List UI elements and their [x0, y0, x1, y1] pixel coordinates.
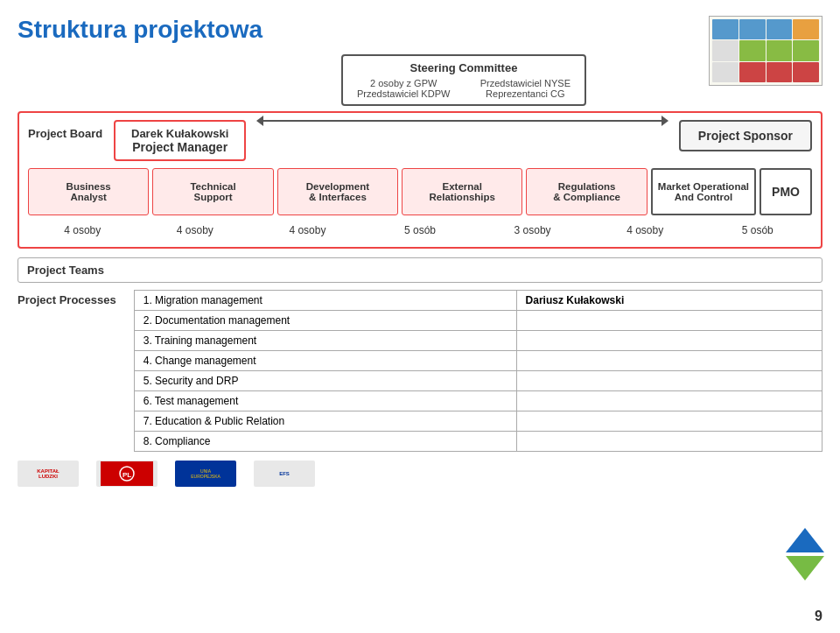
arrow-down-icon [786, 556, 824, 580]
footer-logo-3: UNIAEUROPEJSKA [175, 461, 236, 487]
page-title: Struktura projektowa [18, 16, 822, 44]
manager-box: Darek Kułakowski Project Manager [114, 120, 246, 161]
process-name-2: 2. Documentation management [134, 311, 516, 331]
role-development-interfaces: Development& Interfaces [277, 168, 398, 215]
steering-committee-members: 2 osoby z GPW Przedstawiciel KDPW Przeds… [357, 78, 570, 99]
process-name-1: 1. Migration management [134, 291, 516, 311]
steering-col-1: 2 osoby z GPW Przedstawiciel KDPW [357, 78, 450, 99]
process-owner-1: Dariusz Kułakowski [516, 291, 822, 311]
steering-col2-line1: Przedstawiciel NYSE [480, 78, 570, 88]
thumbnail-image [709, 16, 822, 86]
process-name-5: 5. Security and DRP [134, 371, 516, 391]
sponsor-box: Project Sponsor [679, 120, 812, 151]
right-arrows [786, 528, 824, 580]
footer-logo-2: PL [96, 461, 158, 487]
process-owner-2 [516, 311, 822, 331]
role-technical-support: TechnicalSupport [152, 168, 273, 215]
count-5: 3 osoby [478, 221, 587, 240]
process-owner-4 [516, 351, 822, 371]
table-row: 5. Security and DRP [134, 371, 822, 391]
footer-logo-4: EFS [254, 461, 315, 487]
count-7: 5 osób [703, 221, 812, 240]
arrow-line [262, 120, 663, 122]
role-regulations-compliance: Regulations& Compliance [526, 168, 647, 215]
project-board-label: Project Board [28, 120, 107, 140]
footer-logos: KAPITAŁLUDZKI PL UNIAEUROPEJSKA EFS [18, 457, 822, 487]
process-name-8: 8. Compliance [134, 432, 516, 452]
process-name-7: 7. Education & Public Relation [134, 411, 516, 432]
table-row: 3. Training management [134, 331, 822, 351]
manager-sponsor-arrow [253, 120, 672, 122]
pmo-box: PMO [760, 168, 812, 215]
count-4: 5 osób [366, 221, 475, 240]
process-name-3: 3. Training management [134, 331, 516, 351]
table-row: 4. Change management [134, 351, 822, 371]
manager-title: Project Manager [131, 140, 228, 154]
count-3: 4 osoby [253, 221, 362, 240]
steering-committee-box: Steering Committee 2 osoby z GPW Przedst… [341, 54, 586, 106]
process-owner-8 [516, 432, 822, 452]
process-owner-6 [516, 391, 822, 411]
count-6: 4 osoby [591, 221, 700, 240]
market-pmo-container: Market OperationalAnd Control PMO [651, 168, 812, 215]
counts-row: 4 osoby 4 osoby 4 osoby 5 osób 3 osoby 4… [28, 221, 812, 240]
process-owner-3 [516, 331, 822, 351]
role-external-relationships: ExternalRelationships [402, 168, 522, 215]
role-business-analyst: BusinessAnalyst [28, 168, 149, 215]
process-owner-7 [516, 411, 822, 432]
market-operational-box: Market OperationalAnd Control [651, 168, 756, 215]
table-row: 7. Education & Public Relation [134, 411, 822, 432]
page-number: 9 [815, 608, 822, 624]
table-row: 6. Test management [134, 391, 822, 411]
steering-col-2: Przedstawiciel NYSE Reprezentanci CG [480, 78, 570, 99]
steering-col2-line2: Reprezentanci CG [480, 88, 570, 99]
steering-col1-line1: 2 osoby z GPW [357, 78, 450, 88]
steering-col1-line2: Przedstawiciel KDPW [357, 88, 450, 99]
svg-text:PL: PL [122, 471, 131, 479]
process-owner-5 [516, 371, 822, 391]
arrow-up-icon [786, 528, 824, 552]
table-row: 8. Compliance [134, 432, 822, 452]
table-row: 1. Migration managementDariusz Kułakowsk… [134, 291, 822, 311]
sponsor-title: Project Sponsor [698, 129, 793, 143]
project-processes-label: Project Processes [18, 290, 116, 306]
process-name-4: 4. Change management [134, 351, 516, 371]
project-board-row: Project Board Darek Kułakowski Project M… [28, 120, 812, 161]
table-row: 2. Documentation management [134, 311, 822, 331]
project-processes-row: Project Processes 1. Migration managemen… [18, 290, 822, 452]
project-teams-section: Project Teams [18, 257, 822, 283]
footer-logo-1: KAPITAŁLUDZKI [18, 461, 79, 487]
steering-committee-title: Steering Committee [357, 61, 570, 74]
roles-left: BusinessAnalyst TechnicalSupport Develop… [28, 168, 648, 215]
count-1: 4 osoby [28, 221, 137, 240]
processes-table: 1. Migration managementDariusz Kułakowsk… [134, 290, 822, 452]
process-name-6: 6. Test management [134, 391, 516, 411]
org-area: Project Board Darek Kułakowski Project M… [18, 111, 822, 249]
manager-name: Darek Kułakowski [131, 127, 228, 140]
count-2: 4 osoby [141, 221, 250, 240]
roles-market-row: BusinessAnalyst TechnicalSupport Develop… [28, 168, 812, 215]
